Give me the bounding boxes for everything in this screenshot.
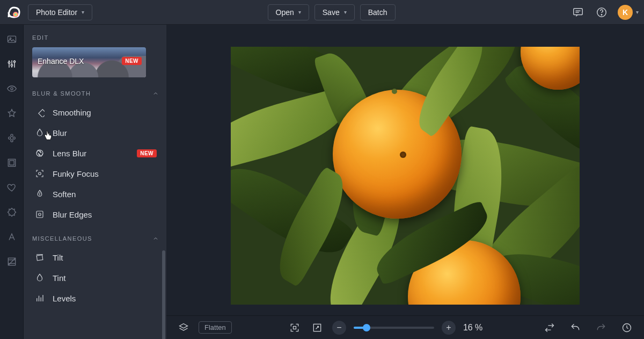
compare-icon[interactable]: [542, 320, 557, 335]
chevron-down-icon: ▾: [82, 9, 84, 15]
svg-point-30: [39, 213, 41, 216]
svg-point-16: [13, 137, 15, 139]
svg-point-5: [601, 14, 602, 15]
new-badge: NEW: [137, 149, 157, 157]
sidebar-scrollbar[interactable]: [162, 250, 165, 339]
rail-shape-icon[interactable]: [6, 206, 18, 218]
rail-ai-icon[interactable]: [6, 132, 18, 144]
new-badge: NEW: [122, 57, 142, 65]
history-icon[interactable]: [619, 320, 634, 335]
cursor-pointer-icon: [44, 130, 53, 141]
chevron-down-icon: ▾: [636, 9, 639, 15]
focus-icon: [34, 169, 45, 178]
levels-icon: [34, 293, 45, 303]
svg-point-14: [10, 88, 12, 90]
svg-point-15: [8, 137, 10, 139]
topbar: Photo Editor ▾ Open ▾ Save ▾ Batch: [0, 0, 644, 25]
bottom-toolbar: Flatten − + 16 %: [166, 315, 644, 339]
rail-adjust-icon[interactable]: [6, 58, 18, 70]
canvas-area: Flatten − + 16 %: [166, 25, 644, 339]
drop-icon: [34, 128, 45, 138]
svg-rect-37: [293, 326, 296, 329]
tool-rail: [0, 25, 24, 339]
svg-rect-29: [36, 211, 43, 218]
sidebar-title: EDIT: [32, 34, 159, 41]
app-logo[interactable]: [5, 4, 21, 20]
undo-icon[interactable]: [568, 320, 583, 335]
tint-icon: [34, 273, 45, 283]
effect-soften[interactable]: Soften: [32, 184, 159, 204]
fit-screen-icon[interactable]: [287, 320, 302, 335]
avatar: K: [618, 5, 633, 20]
comments-icon[interactable]: [570, 5, 586, 20]
app-title-dropdown[interactable]: Photo Editor ▾: [28, 4, 92, 20]
help-icon[interactable]: [594, 5, 609, 20]
zoom-readout: 16 %: [463, 323, 487, 333]
rail-heart-icon[interactable]: [6, 182, 18, 193]
aperture-icon: [34, 148, 45, 158]
svg-rect-20: [9, 161, 13, 165]
chevron-up-icon: [152, 235, 159, 242]
rail-text-icon[interactable]: [6, 231, 18, 243]
chevron-down-icon: ▾: [344, 9, 347, 15]
sidebar: EDIT Enhance DLX NEW BLUR & SMOOTH Smoot…: [24, 25, 166, 339]
soften-icon: [34, 189, 45, 199]
svg-point-13: [13, 61, 15, 62]
svg-rect-1: [574, 8, 583, 15]
effect-levels[interactable]: Levels: [32, 288, 159, 308]
svg-point-12: [11, 64, 12, 66]
actual-size-icon[interactable]: [310, 320, 325, 335]
effect-lens-blur[interactable]: Lens Blur NEW: [32, 143, 159, 163]
effect-tilt[interactable]: Tilt: [32, 247, 159, 268]
app-title: Photo Editor: [36, 8, 77, 17]
svg-point-17: [10, 134, 12, 136]
promo-label: Enhance DLX: [38, 57, 84, 66]
effect-funky-focus[interactable]: Funky Focus: [32, 163, 159, 184]
rail-image-icon[interactable]: [6, 33, 18, 45]
tilt-icon: [34, 253, 45, 262]
rail-frame-icon[interactable]: [6, 157, 18, 169]
zoom-in-button[interactable]: +: [442, 321, 456, 335]
svg-rect-31: [36, 255, 43, 261]
zoom-slider[interactable]: [354, 327, 434, 329]
zoom-out-button[interactable]: −: [332, 321, 346, 335]
canvas-image[interactable]: [231, 47, 580, 305]
account-menu[interactable]: K ▾: [618, 5, 639, 20]
svg-point-27: [39, 172, 41, 175]
effect-blur[interactable]: Blur: [32, 122, 159, 143]
flatten-button[interactable]: Flatten: [199, 321, 232, 334]
layers-icon[interactable]: [176, 320, 191, 335]
svg-point-0: [13, 12, 18, 17]
effect-tint[interactable]: Tint: [32, 268, 159, 288]
svg-point-11: [8, 62, 10, 63]
rail-star-icon[interactable]: [6, 107, 18, 119]
save-button[interactable]: Save ▾: [314, 4, 355, 20]
promo-enhance-dlx[interactable]: Enhance DLX NEW: [32, 47, 146, 77]
redo-icon[interactable]: [594, 320, 609, 335]
rail-eye-icon[interactable]: [6, 83, 18, 95]
batch-button[interactable]: Batch: [360, 4, 396, 20]
effect-blur-edges[interactable]: Blur Edges: [32, 204, 159, 225]
diamond-icon: [34, 107, 45, 117]
chevron-up-icon: [152, 90, 159, 97]
effect-smoothing[interactable]: Smoothing: [32, 102, 159, 122]
section-blur-smooth[interactable]: BLUR & SMOOTH: [32, 90, 159, 97]
rail-texture-icon[interactable]: [6, 256, 18, 268]
chevron-down-icon: ▾: [298, 9, 301, 15]
blur-edges-icon: [34, 210, 45, 219]
open-button[interactable]: Open ▾: [268, 4, 309, 20]
section-miscellaneous[interactable]: MISCELLANEOUS: [32, 235, 159, 242]
svg-rect-25: [39, 110, 45, 117]
svg-point-18: [10, 140, 12, 142]
svg-line-24: [8, 258, 15, 265]
